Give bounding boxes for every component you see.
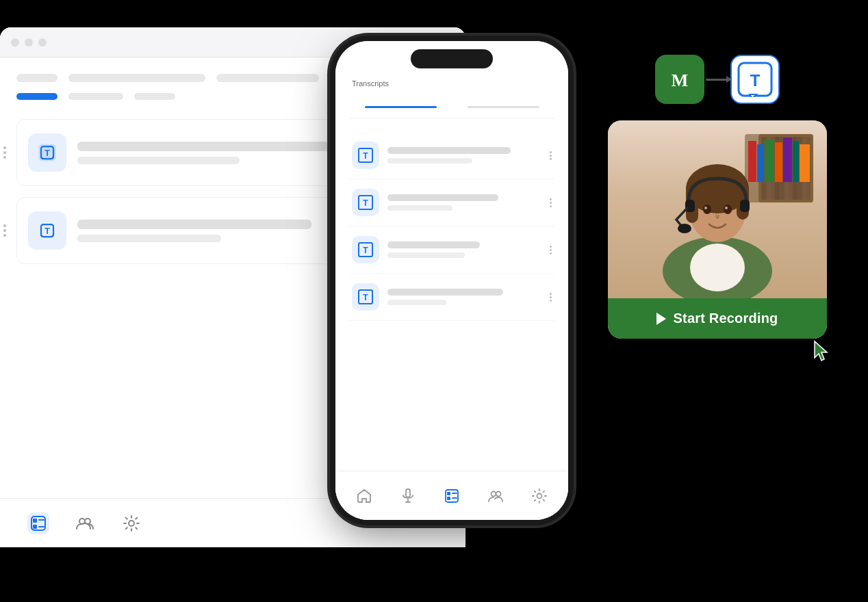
menu-dot <box>550 155 552 157</box>
people-icon <box>75 514 94 533</box>
mic-icon <box>400 488 416 504</box>
svg-rect-35 <box>757 144 764 182</box>
arrow-cursor-icon <box>809 339 834 363</box>
svg-rect-37 <box>775 142 782 182</box>
menu-dot <box>550 252 552 254</box>
svg-text:T: T <box>363 293 368 302</box>
integration-row: M T <box>608 55 827 104</box>
svg-point-27 <box>537 493 542 498</box>
phone-app-icon: T <box>352 283 379 311</box>
phone-notch <box>411 49 493 68</box>
menu-dot <box>550 151 552 153</box>
phone-header-label: Transcripts <box>349 79 554 88</box>
svg-rect-21 <box>447 492 450 495</box>
filter-pill-2[interactable] <box>134 93 175 100</box>
svg-rect-34 <box>748 141 756 182</box>
svg-rect-38 <box>783 138 792 182</box>
titlebar-dot-3 <box>38 38 47 47</box>
cursor-arrow <box>809 339 834 366</box>
home-icon <box>356 488 372 504</box>
phone-item-menu[interactable] <box>550 151 552 160</box>
phone-tab-2[interactable] <box>452 96 554 118</box>
integration-icon-green: M <box>655 55 704 104</box>
menu-dot <box>550 202 552 204</box>
phone-t-icon: T <box>356 287 375 306</box>
drag-handle[interactable] <box>3 146 6 159</box>
nav-icon-people[interactable] <box>74 512 96 534</box>
item-subtitle <box>77 157 240 164</box>
phone-list-item[interactable]: T <box>349 274 554 321</box>
svg-point-54 <box>678 224 691 233</box>
phone-nav-settings[interactable] <box>530 486 549 506</box>
drag-handle[interactable] <box>3 224 6 237</box>
phone-nav-list[interactable] <box>442 486 461 506</box>
phone-app-icon: T <box>352 142 379 169</box>
transcript-brand-icon: T <box>737 62 773 97</box>
drag-dot <box>3 151 6 154</box>
phone-item-text <box>387 289 541 305</box>
drag-dot <box>3 146 6 149</box>
svg-rect-23 <box>447 497 450 500</box>
nav-icon-list[interactable] <box>27 512 49 534</box>
people-icon <box>487 488 504 504</box>
phone-t-icon: T <box>356 146 375 165</box>
svg-text:T: T <box>363 198 368 208</box>
phone-item-menu[interactable] <box>550 293 552 302</box>
phone-app-icon: T <box>352 236 379 263</box>
svg-point-26 <box>496 491 501 496</box>
phone-item-text <box>387 147 541 163</box>
col-header-3 <box>216 74 319 82</box>
start-recording-label: Start Recording <box>673 311 778 326</box>
svg-text:T: T <box>750 71 761 90</box>
drag-dot <box>3 234 6 237</box>
settings-icon <box>531 488 548 504</box>
col-header-1 <box>16 74 58 82</box>
drag-dot <box>3 156 6 159</box>
drag-dot <box>3 229 6 232</box>
phone-nav-mic[interactable] <box>398 486 418 506</box>
filter-pill-1[interactable] <box>68 93 123 100</box>
svg-rect-20 <box>446 490 458 502</box>
phone-item-subtitle <box>387 252 465 258</box>
phone-list-item[interactable]: T <box>349 179 554 226</box>
phone-item-title <box>387 289 503 296</box>
phone-item-menu[interactable] <box>550 246 552 254</box>
nav-icon-settings[interactable] <box>120 512 142 534</box>
menu-dot <box>550 205 552 207</box>
transcript-icon-box: T <box>28 211 66 250</box>
phone-item-menu[interactable] <box>550 198 552 207</box>
menu-dot <box>550 300 552 302</box>
menu-dot <box>550 296 552 298</box>
menu-dot <box>550 198 552 200</box>
video-card: Start Recording <box>608 120 827 339</box>
svg-point-50 <box>704 207 707 209</box>
svg-point-48 <box>703 205 711 214</box>
titlebar-dot-2 <box>25 38 33 47</box>
phone-nav-people[interactable] <box>486 486 505 506</box>
video-thumbnail <box>608 120 827 298</box>
phone-item-subtitle <box>387 158 472 163</box>
phone-t-icon: T <box>356 240 375 259</box>
svg-point-12 <box>129 521 134 526</box>
start-recording-button[interactable]: Start Recording <box>608 298 827 339</box>
svg-text:T: T <box>363 246 368 255</box>
item-subtitle <box>77 235 221 242</box>
filter-pill-active[interactable] <box>16 93 58 100</box>
item-title <box>77 220 311 229</box>
item-title <box>77 142 329 151</box>
phone-item-title <box>387 241 480 248</box>
svg-text:T: T <box>44 148 50 158</box>
svg-rect-6 <box>33 519 37 523</box>
phone-item-title <box>387 194 498 201</box>
phone-list-item[interactable]: T <box>349 226 554 274</box>
phone-nav-home[interactable] <box>355 486 374 506</box>
phone-item-title <box>387 147 511 154</box>
phone-tab-1[interactable] <box>349 96 452 118</box>
svg-rect-40 <box>800 144 810 182</box>
right-panel: M T <box>608 55 827 339</box>
phone-list-item[interactable]: T <box>349 132 554 179</box>
phone-item-text <box>387 194 541 211</box>
svg-rect-17 <box>406 489 410 497</box>
phone-tabs <box>349 96 554 118</box>
col-header-2 <box>68 74 205 82</box>
